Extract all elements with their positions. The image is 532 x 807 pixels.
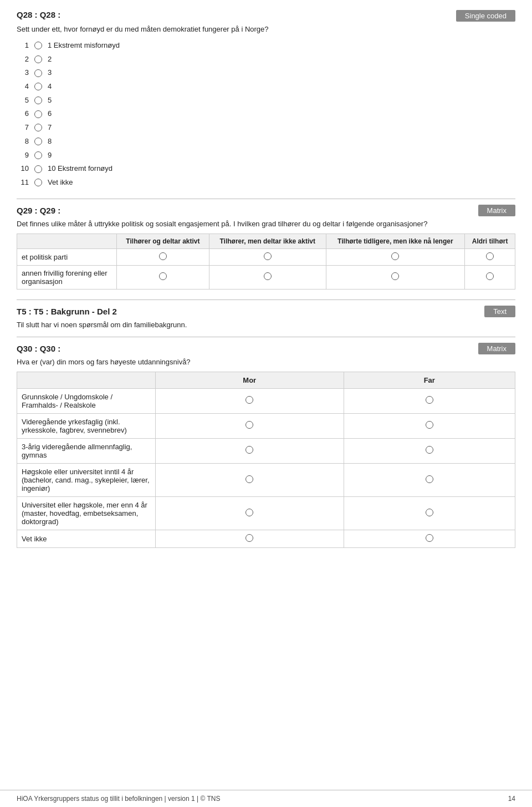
q29-col-3: Tilhørte tidligere, men ikke nå lenger: [326, 234, 465, 248]
radio-circle[interactable]: [34, 151, 42, 159]
radio-circle[interactable]: [34, 83, 42, 90]
q28-question-text: Sett under ett, hvor fornøyd er du med m…: [17, 25, 515, 33]
radio-cell: [156, 413, 344, 438]
radio-label: 1 Ekstremt misfornøyd: [48, 39, 120, 53]
radio-cell: [465, 265, 515, 289]
radio-circle[interactable]: [426, 421, 433, 429]
radio-cell: [156, 463, 344, 496]
row-label: Grunnskole / Ungdomskole / Framhalds- / …: [17, 388, 156, 413]
page-content: Q28 : Q28 : Single coded Sett under ett,…: [0, 0, 532, 570]
radio-num: 5: [17, 94, 29, 108]
radio-circle[interactable]: [245, 446, 253, 454]
radio-row: 7 7: [17, 121, 515, 135]
q28-title: Q28 : Q28 :: [17, 10, 60, 19]
q29-matrix-table: Tilhører og deltar aktivt Tilhører, men …: [17, 234, 515, 290]
radio-circle[interactable]: [426, 534, 433, 542]
radio-circle[interactable]: [34, 97, 42, 104]
t5-title: T5 : T5 : Bakgrunn - Del 2: [17, 307, 117, 316]
row-label: Vet ikke: [17, 530, 156, 547]
row-label: 3-årig videregående allmennfaglig, gymna…: [17, 438, 156, 463]
radio-cell: [326, 248, 465, 265]
divider-2: [17, 300, 515, 300]
radio-row: 6 6: [17, 107, 515, 121]
table-row: Grunnskole / Ungdomskole / Framhalds- / …: [17, 388, 515, 413]
radio-circle[interactable]: [34, 124, 42, 131]
radio-circle[interactable]: [34, 42, 42, 49]
radio-cell: [344, 413, 515, 438]
radio-label: 4: [48, 80, 52, 94]
radio-cell: [156, 496, 344, 530]
table-row: Universitet eller høgskole, mer enn 4 år…: [17, 496, 515, 530]
q29-title: Q29 : Q29 :: [17, 206, 60, 215]
footer-page: 14: [508, 795, 515, 803]
radio-label: 2: [48, 53, 52, 67]
radio-cell: [209, 265, 326, 289]
radio-circle[interactable]: [426, 396, 433, 404]
radio-circle[interactable]: [426, 446, 433, 454]
radio-label: Vet ikke: [48, 176, 73, 190]
radio-circle[interactable]: [34, 165, 42, 173]
radio-num: 6: [17, 107, 29, 121]
radio-num: 2: [17, 53, 29, 67]
radio-circle[interactable]: [245, 421, 253, 429]
radio-row: 3 3: [17, 66, 515, 80]
table-row: et politisk parti: [17, 248, 515, 265]
radio-circle[interactable]: [34, 69, 42, 77]
table-row: Videregående yrkesfaglig (inkl. yrkessko…: [17, 413, 515, 438]
radio-cell: [156, 388, 344, 413]
radio-circle[interactable]: [159, 272, 167, 280]
q28-header: Q28 : Q28 : Single coded: [17, 10, 515, 22]
radio-circle[interactable]: [34, 110, 42, 118]
q30-header-row: Mor Far: [17, 372, 515, 388]
radio-circle[interactable]: [245, 396, 253, 404]
q30-matrix-table: Mor Far Grunnskole / Ungdomskole / Framh…: [17, 372, 515, 548]
radio-circle[interactable]: [486, 252, 494, 260]
radio-num: 3: [17, 66, 29, 80]
q29-col-1: Tilhører og deltar aktivt: [117, 234, 209, 248]
q30-col-far: Far: [344, 372, 515, 388]
radio-cell: [465, 248, 515, 265]
row-label: annen frivillig forening eller organisas…: [17, 265, 117, 289]
radio-cell: [344, 530, 515, 547]
radio-circle[interactable]: [264, 252, 272, 260]
footer-text: HiOA Yrkersgruppers status og tillit i b…: [17, 795, 220, 803]
radio-circle[interactable]: [245, 534, 253, 542]
radio-row: 1 1 Ekstremt misfornøyd: [17, 39, 515, 53]
row-label: Videregående yrkesfaglig (inkl. yrkessko…: [17, 413, 156, 438]
radio-row: 2 2: [17, 53, 515, 67]
table-row: Høgskole eller universitet inntil 4 år (…: [17, 463, 515, 496]
radio-row: 5 5: [17, 94, 515, 108]
radio-circle[interactable]: [486, 272, 494, 280]
table-row: annen frivillig forening eller organisas…: [17, 265, 515, 289]
radio-cell: [209, 248, 326, 265]
page-footer: HiOA Yrkersgruppers status og tillit i b…: [0, 790, 532, 807]
radio-circle[interactable]: [34, 179, 42, 186]
radio-row: 8 8: [17, 135, 515, 149]
q29-header-row: Tilhører og deltar aktivt Tilhører, men …: [17, 234, 515, 248]
radio-circle[interactable]: [34, 55, 42, 63]
radio-circle[interactable]: [391, 252, 399, 260]
q30-col-mor: Mor: [156, 372, 344, 388]
radio-circle[interactable]: [426, 509, 433, 516]
radio-num: 10: [17, 162, 29, 176]
radio-row: 4 4: [17, 80, 515, 94]
q29-intro: Det finnes ulike måter å uttrykke politi…: [17, 220, 515, 228]
radio-num: 11: [17, 176, 29, 190]
radio-label: 8: [48, 135, 52, 149]
q29-header: Q29 : Q29 : Matrix: [17, 205, 515, 216]
radio-circle[interactable]: [159, 252, 167, 260]
radio-cell: [156, 438, 344, 463]
t5-badge: Text: [484, 306, 515, 317]
radio-circle[interactable]: [426, 475, 433, 483]
q30-badge: Matrix: [478, 343, 515, 354]
radio-cell: [344, 463, 515, 496]
radio-label: 5: [48, 94, 52, 108]
radio-circle[interactable]: [245, 475, 253, 483]
radio-circle[interactable]: [391, 272, 399, 280]
t5-header: T5 : T5 : Bakgrunn - Del 2 Text: [17, 306, 515, 317]
radio-circle[interactable]: [34, 138, 42, 145]
radio-cell: [117, 248, 209, 265]
radio-circle[interactable]: [264, 272, 272, 280]
q28-options: 1 1 Ekstremt misfornøyd 2 2 3 3 4 4 5 5 …: [17, 39, 515, 190]
radio-circle[interactable]: [245, 509, 253, 516]
